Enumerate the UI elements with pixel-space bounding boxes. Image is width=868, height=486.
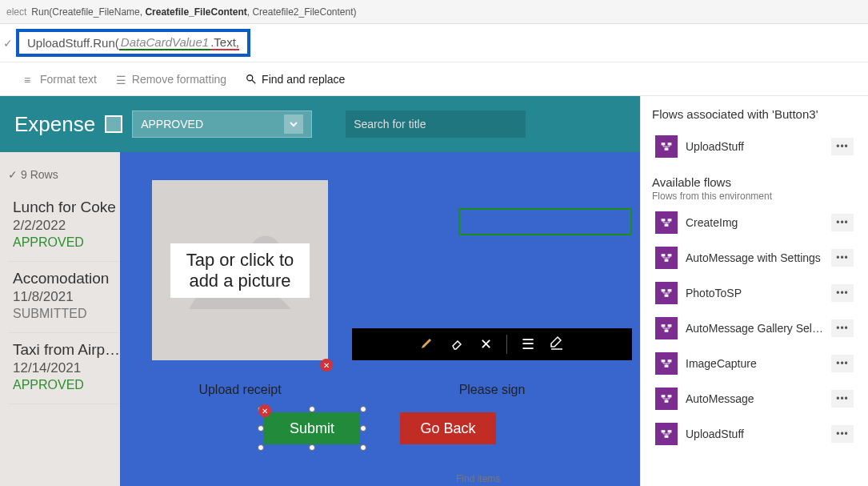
flow-icon — [655, 388, 678, 410]
format-icon: ≡ — [24, 74, 35, 85]
formula-check-icon[interactable]: ✓ — [0, 37, 16, 50]
formula-input-highlight[interactable]: UploadStuff.Run( DataCardValue1 .Text , — [16, 29, 250, 57]
search-input[interactable]: Search for title — [346, 110, 526, 138]
svg-rect-12 — [668, 254, 672, 256]
pen-input-control[interactable]: ✕ ☰ — [352, 208, 632, 360]
associated-flows-list: UploadStuff ••• — [652, 131, 857, 163]
flow-more-button[interactable]: ••• — [831, 390, 854, 408]
remove-formatting-button[interactable]: ☰ Remove formatting — [116, 73, 226, 86]
add-picture-control[interactable]: Tap or click to add a picture — [152, 180, 328, 360]
flow-row[interactable]: AutoMessage ••• — [652, 383, 857, 415]
format-text-button[interactable]: ≡ Format text — [24, 73, 97, 86]
flow-more-button[interactable]: ••• — [831, 319, 854, 337]
power-automate-panel: Flows associated with 'Button3' UploadSt… — [640, 96, 868, 486]
selection-handles[interactable] — [261, 409, 363, 448]
svg-rect-18 — [668, 324, 672, 327]
flow-row[interactable]: AutoMessage Gallery Select… ••• — [652, 312, 857, 344]
flow-name: AutoMessage Gallery Select… — [686, 322, 823, 335]
sign-caption: Please sign — [352, 383, 632, 397]
svg-rect-6 — [668, 143, 672, 145]
app-header: Expense APPROVED Search for title — [0, 96, 640, 152]
search-icon — [246, 74, 257, 85]
svg-rect-20 — [662, 359, 666, 362]
available-flows-list: CreateImg ••• AutoMessage with Settings … — [652, 207, 857, 450]
format-toolbar: ≡ Format text ☰ Remove formatting Find a… — [0, 62, 868, 96]
available-flows-header: Available flows — [652, 175, 857, 189]
flow-more-button[interactable]: ••• — [831, 355, 854, 372]
flow-row[interactable]: AutoMessage with Settings ••• — [652, 242, 857, 274]
flow-icon — [655, 135, 678, 158]
upload-caption: Upload receipt — [152, 383, 328, 397]
flow-row[interactable]: UploadStuff ••• — [652, 131, 857, 163]
svg-rect-11 — [662, 254, 666, 256]
property-label: elect — [6, 6, 26, 18]
flow-more-button[interactable]: ••• — [831, 249, 854, 267]
status-dropdown[interactable]: APPROVED — [132, 110, 312, 138]
flow-icon — [655, 423, 678, 445]
svg-rect-10 — [665, 224, 669, 227]
flow-name: AutoMessage — [686, 392, 823, 405]
approved-checkbox[interactable] — [105, 115, 122, 133]
svg-rect-23 — [662, 395, 666, 397]
svg-point-0 — [247, 74, 253, 80]
flow-row[interactable]: CreateImg ••• — [652, 207, 857, 239]
svg-rect-21 — [668, 359, 672, 362]
flow-name: ImageCapture — [686, 357, 823, 370]
add-picture-label: Tap or click to add a picture — [170, 243, 310, 298]
panel-title: Flows associated with 'Button3' — [652, 107, 857, 121]
run-signature: Run(Createfile_FileName, Createfile_File… — [31, 6, 356, 18]
svg-rect-25 — [665, 400, 669, 403]
lines-icon[interactable]: ☰ — [522, 335, 534, 353]
chevron-down-icon — [284, 114, 303, 134]
flow-icon — [655, 247, 678, 269]
error-badge-icon[interactable]: ✕ — [258, 404, 271, 417]
flow-icon — [655, 282, 678, 304]
rows-count: 9 Rows — [8, 168, 58, 181]
available-flows-sub: Flows from this environment — [652, 191, 857, 202]
flow-icon — [655, 211, 678, 234]
eraser-icon[interactable] — [450, 335, 466, 355]
flow-icon — [655, 352, 678, 375]
svg-rect-26 — [662, 430, 666, 432]
top-signature-bar: elect Run(Createfile_FileName, Createfil… — [0, 0, 868, 24]
flow-more-button[interactable]: ••• — [831, 284, 854, 302]
edit-icon[interactable] — [549, 335, 565, 355]
flow-more-button[interactable]: ••• — [831, 214, 854, 231]
svg-rect-22 — [665, 365, 669, 368]
flow-more-button[interactable]: ••• — [831, 425, 854, 443]
flow-name: CreateImg — [686, 216, 823, 229]
svg-rect-16 — [665, 295, 669, 297]
find-replace-button[interactable]: Find and replace — [246, 73, 345, 86]
svg-rect-19 — [665, 330, 669, 332]
svg-rect-13 — [665, 259, 669, 262]
formula-bar[interactable]: ✓ UploadStuff.Run( DataCardValue1 .Text … — [0, 24, 868, 62]
token-datacardvalue: DataCardValue1 — [119, 35, 210, 50]
flow-icon — [655, 317, 678, 339]
goback-button[interactable]: Go Back — [400, 412, 496, 444]
error-badge-icon[interactable]: ✕ — [320, 359, 333, 372]
pen-icon[interactable] — [419, 335, 435, 355]
svg-rect-14 — [662, 289, 666, 291]
find-items-label: Find items — [456, 473, 500, 484]
flow-name: AutoMessage with Settings — [686, 251, 823, 264]
flow-name: PhotoToSP — [686, 287, 823, 299]
svg-rect-9 — [668, 219, 672, 221]
clear-icon[interactable]: ✕ — [480, 335, 492, 353]
flow-name: UploadStuff — [686, 428, 823, 440]
flow-name: UploadStuff — [686, 140, 823, 153]
pen-toolbar: ✕ ☰ — [352, 328, 632, 360]
flow-row[interactable]: PhotoToSP ••• — [652, 277, 857, 309]
flow-more-button[interactable]: ••• — [831, 138, 854, 155]
canvas[interactable]: Expense APPROVED Search for title 9 Rows… — [0, 96, 640, 486]
remove-format-icon: ☰ — [116, 74, 127, 85]
svg-rect-28 — [665, 436, 669, 438]
svg-rect-5 — [662, 143, 666, 145]
svg-rect-24 — [668, 395, 672, 397]
flow-row[interactable]: ImageCapture ••• — [652, 347, 857, 380]
svg-rect-17 — [662, 324, 666, 327]
flow-row[interactable]: UploadStuff ••• — [652, 418, 857, 450]
page-title: Expense — [14, 112, 95, 137]
svg-rect-15 — [668, 289, 672, 291]
svg-rect-7 — [665, 148, 669, 151]
sign-selection-outline — [458, 208, 632, 235]
